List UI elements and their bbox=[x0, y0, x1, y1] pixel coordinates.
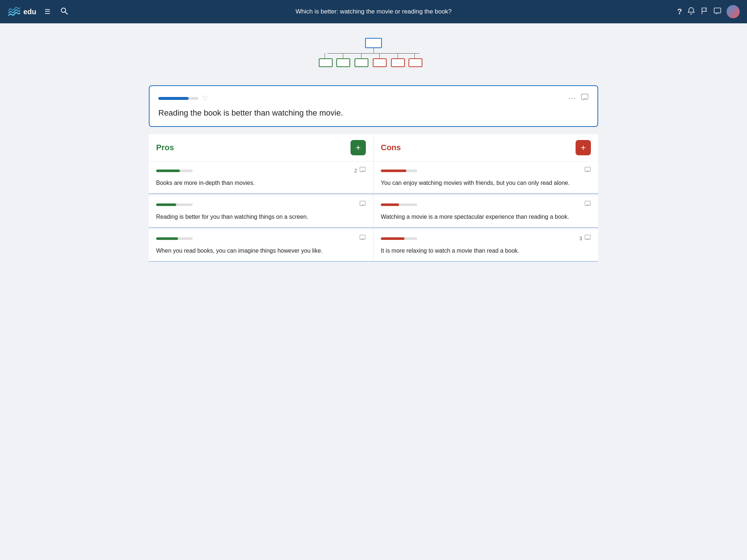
thesis-card-header: ♡ ··· bbox=[158, 93, 589, 103]
heart-icon[interactable]: ♡ bbox=[202, 94, 208, 102]
con-item-1: You can enjoy watching movies with frien… bbox=[374, 162, 598, 194]
con-item-3: 3 It is more relaxing to watch a movie t… bbox=[374, 229, 598, 262]
con-2-comment-icon[interactable] bbox=[584, 201, 591, 209]
pro-1-rating-bar bbox=[156, 170, 193, 172]
avatar[interactable] bbox=[727, 5, 740, 18]
diagram-green-3 bbox=[355, 58, 368, 67]
con-2-rating-fill bbox=[381, 203, 399, 206]
pro-2-text: Reading is better for you than watching … bbox=[156, 213, 366, 221]
con-item-2: Watching a movie is a more spectacular e… bbox=[374, 195, 598, 228]
pro-2-comment-icon[interactable] bbox=[359, 201, 366, 209]
thesis-text: Reading the book is better than watching… bbox=[158, 108, 589, 119]
svg-point-0 bbox=[61, 8, 66, 12]
diagram-connector-h bbox=[328, 53, 419, 54]
menu-icon[interactable]: ☰ bbox=[42, 5, 53, 18]
page-title: Which is better: watching the movie or r… bbox=[76, 8, 671, 15]
help-icon[interactable]: ? bbox=[677, 7, 682, 16]
pro-item-1: 2 Books are more in-depth than movies. bbox=[149, 162, 373, 194]
pros-header: Pros + bbox=[149, 134, 373, 162]
diagram-red-3 bbox=[409, 58, 422, 67]
c4 bbox=[379, 53, 380, 58]
pro-1-text: Books are more in-depth than movies. bbox=[156, 179, 366, 187]
pro-1-rating-fill bbox=[156, 170, 180, 172]
c1 bbox=[325, 53, 325, 58]
con-2-text: Watching a movie is a more spectacular e… bbox=[381, 213, 591, 221]
cons-header: Cons + bbox=[374, 134, 598, 162]
pro-2-rating-fill bbox=[156, 203, 176, 206]
thesis-card-left: ♡ bbox=[158, 94, 208, 102]
c6 bbox=[414, 53, 415, 58]
pro-3-text: When you read books, you can imagine thi… bbox=[156, 246, 366, 255]
cons-title: Cons bbox=[381, 143, 401, 152]
pros-title: Pros bbox=[156, 143, 174, 152]
thesis-comment-icon[interactable] bbox=[581, 93, 589, 103]
pro-item-2: Reading is better for you than watching … bbox=[149, 195, 373, 228]
c2 bbox=[343, 53, 343, 58]
pro-3-comment-icon[interactable] bbox=[359, 234, 366, 243]
diagram-green-2 bbox=[336, 58, 350, 67]
thesis-rating-fill bbox=[158, 97, 189, 100]
con-3-text: It is more relaxing to watch a movie tha… bbox=[381, 246, 591, 255]
cons-section: Cons + bbox=[374, 134, 598, 263]
con-1-rating-bar bbox=[381, 170, 417, 172]
bell-icon[interactable] bbox=[687, 7, 695, 17]
flag-icon[interactable] bbox=[700, 7, 708, 17]
search-icon[interactable] bbox=[58, 5, 70, 19]
con-2-rating-bar bbox=[381, 203, 417, 206]
pros-cons-container: Pros + 2 bbox=[149, 134, 598, 263]
svg-rect-2 bbox=[714, 8, 721, 13]
con-3-comment-icon[interactable] bbox=[584, 234, 591, 243]
thesis-rating-bar bbox=[158, 97, 198, 100]
pro-item-3: When you read books, you can imagine thi… bbox=[149, 229, 373, 262]
header-actions: ? bbox=[677, 5, 740, 18]
c3 bbox=[361, 53, 361, 58]
thesis-card-right: ··· bbox=[569, 93, 589, 103]
svg-line-1 bbox=[65, 12, 67, 14]
con-3-comment-count: 3 bbox=[579, 236, 582, 241]
diagram-red-2 bbox=[391, 58, 405, 67]
c5 bbox=[398, 53, 398, 58]
con-3-rating-fill bbox=[381, 237, 405, 240]
logo-text: edu bbox=[23, 8, 36, 16]
diagram-green-1 bbox=[319, 58, 333, 67]
add-pros-button[interactable]: + bbox=[351, 140, 366, 155]
ellipsis-button[interactable]: ··· bbox=[569, 94, 576, 102]
con-1-comment-icon[interactable] bbox=[584, 167, 591, 175]
pro-1-comment-count: 2 bbox=[354, 168, 357, 174]
pro-3-rating-fill bbox=[156, 237, 178, 240]
chat-icon[interactable] bbox=[713, 7, 721, 17]
con-1-text: You can enjoy watching movies with frien… bbox=[381, 179, 591, 187]
diagram-connector-v bbox=[374, 48, 374, 53]
con-1-rating-fill bbox=[381, 170, 406, 172]
logo: edu bbox=[7, 5, 36, 18]
pro-2-rating-bar bbox=[156, 203, 193, 206]
diagram-red-1 bbox=[373, 58, 387, 67]
diagram-root-box bbox=[365, 38, 382, 48]
pro-1-comment-icon[interactable] bbox=[359, 167, 366, 175]
main-content: ♡ ··· Reading the book is better than wa… bbox=[140, 23, 607, 274]
con-3-rating-bar bbox=[381, 237, 417, 240]
app-header: edu ☰ Which is better: watching the movi… bbox=[0, 0, 747, 23]
pros-section: Pros + 2 bbox=[149, 134, 374, 263]
diagram-container bbox=[149, 34, 598, 74]
thesis-card: ♡ ··· Reading the book is better than wa… bbox=[149, 85, 598, 127]
pro-3-rating-bar bbox=[156, 237, 193, 240]
add-cons-button[interactable]: + bbox=[576, 140, 591, 155]
